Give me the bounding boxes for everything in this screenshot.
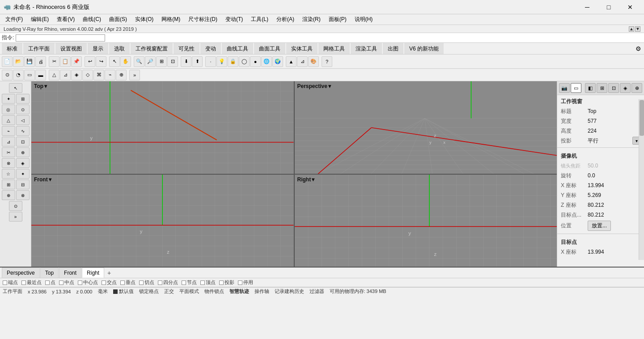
tb-help[interactable]: ? [322, 56, 332, 67]
snap-center[interactable]: 中心点 [78, 279, 98, 286]
menu-dim[interactable]: 尺寸标注(D) [185, 15, 221, 24]
viewport-front[interactable]: z y Front ▾ [31, 175, 294, 267]
side-tool4[interactable]: ⊙ [16, 105, 30, 114]
tab-viewport-config[interactable]: 工作视窗配置 [131, 43, 173, 54]
snap-nearest[interactable]: 最近点 [21, 279, 42, 286]
tb-render3[interactable]: 🎨 [308, 56, 319, 67]
tb-sec-10[interactable]: ⌁ [105, 70, 115, 80]
snap-perp[interactable]: 垂点 [120, 279, 136, 286]
menu-tools[interactable]: 工具(L) [247, 15, 272, 24]
tb-lock[interactable]: 🔒 [228, 56, 238, 67]
viewport-top-label[interactable]: Top ▾ [34, 83, 47, 89]
side-tool1[interactable]: ✦ [2, 94, 15, 104]
snap-nearest-cb[interactable] [21, 280, 26, 285]
tb-sec-1[interactable]: ⊙ [2, 70, 13, 80]
tab-workplane[interactable]: 工作平面 [23, 43, 55, 54]
tb-render2[interactable]: ⊿ [297, 56, 308, 67]
tb-sec-9[interactable]: ⌘ [93, 70, 104, 80]
scroll-up-btn[interactable]: ▲ [629, 26, 634, 32]
snap-mid[interactable]: 中点 [59, 279, 74, 286]
snap-knot-cb[interactable] [182, 280, 186, 285]
tb-print[interactable]: 🖨 [35, 56, 46, 67]
side-tool16[interactable]: ✦ [16, 169, 30, 179]
tb-export[interactable]: ⬆ [192, 56, 203, 67]
side-tool3[interactable]: ◎ [2, 105, 15, 114]
status-smart-track[interactable]: 智慧轨迹 [229, 288, 249, 295]
snap-proj-cb[interactable] [219, 280, 224, 285]
tab-visibility[interactable]: 可见性 [174, 43, 199, 54]
rp-panel-icon[interactable]: ▭ [571, 83, 581, 93]
bot-tab-top[interactable]: Top [40, 268, 59, 278]
tb-copy[interactable]: 📋 [60, 56, 71, 67]
tab-display[interactable]: 显示 [88, 43, 108, 54]
snap-proj[interactable]: 投影 [219, 279, 234, 286]
side-tool5[interactable]: △ [2, 115, 15, 125]
side-tool11[interactable]: ✂ [2, 147, 15, 157]
side-tool21[interactable]: ⊙ [9, 201, 22, 211]
snap-point[interactable]: 点 [45, 279, 55, 286]
rp-icon4[interactable]: ◈ [620, 83, 631, 93]
side-tool17[interactable]: ⊞ [2, 180, 15, 189]
menu-view[interactable]: 查看(V) [53, 15, 78, 24]
viewport-right[interactable]: z y Right ▾ [295, 175, 557, 267]
menu-file[interactable]: 文件(F) [2, 15, 26, 24]
viewport-perspective-label[interactable]: Perspective ▾ [297, 83, 331, 89]
tb-circle[interactable]: ◯ [239, 56, 250, 67]
snap-vertex-cb[interactable] [200, 280, 205, 285]
tb-globe[interactable]: 🌐 [261, 56, 272, 67]
tb-sec-2[interactable]: ◔ [13, 70, 24, 80]
tb-undo[interactable]: ↩ [85, 56, 95, 67]
snap-quad-cb[interactable] [158, 280, 162, 285]
tab-curve-tools[interactable]: 曲线工具 [222, 43, 253, 54]
snap-center-cb[interactable] [78, 280, 82, 285]
side-tool6[interactable]: ◁ [16, 115, 30, 125]
tb-point[interactable]: · [205, 56, 216, 67]
side-tool12[interactable]: ⊕ [16, 147, 30, 157]
menu-curve[interactable]: 曲线(C) [79, 15, 105, 24]
bot-tab-front[interactable]: Front [59, 268, 81, 278]
snap-tan[interactable]: 切点 [139, 279, 154, 286]
snap-endpoint[interactable]: 端点 [3, 279, 18, 286]
tb-sec-3[interactable]: ▭ [24, 70, 35, 80]
menu-render[interactable]: 渲染(R) [299, 15, 324, 24]
snap-perp-cb[interactable] [120, 280, 125, 285]
tb-sec-4[interactable]: ▬ [35, 70, 46, 80]
viewport-perspective[interactable]: z x y Perspective ▾ [295, 81, 557, 174]
tb-zoom-in[interactable]: 🔍 [134, 56, 144, 67]
side-tool10[interactable]: ⊡ [16, 137, 30, 146]
side-tool9[interactable]: ⊿ [2, 137, 15, 146]
viewport-right-label[interactable]: Right ▾ [297, 176, 315, 183]
tb-zoom-all[interactable]: ⊞ [156, 56, 167, 67]
snap-intersect[interactable]: 交点 [102, 279, 117, 286]
tb-cut[interactable]: ✂ [49, 56, 59, 67]
side-tool18[interactable]: ⊟ [16, 180, 30, 189]
right-panel-scrollbar[interactable] [639, 99, 644, 260]
status-ortho[interactable]: 正交 [164, 288, 174, 295]
tab-standard[interactable]: 标准 [2, 43, 22, 54]
tab-v6-new[interactable]: V6 的新功能 [404, 43, 444, 54]
snap-vertex[interactable]: 顶点 [200, 279, 216, 286]
rp-icon3[interactable]: ⊡ [608, 83, 619, 93]
viewport-top[interactable]: x y Top ▾ [31, 81, 294, 174]
snap-knot[interactable]: 节点 [182, 279, 197, 286]
settings-icon[interactable]: ⚙ [632, 43, 644, 54]
tb-sec-7[interactable]: ◈ [71, 70, 82, 80]
maximize-button[interactable]: □ [598, 1, 619, 13]
side-tool8[interactable]: ∿ [16, 126, 30, 136]
menu-transform[interactable]: 变动(T) [222, 15, 246, 24]
side-tool14[interactable]: ◈ [16, 158, 30, 168]
snap-point-cb[interactable] [45, 280, 50, 285]
tb-open[interactable]: 📂 [13, 56, 24, 67]
tab-select[interactable]: 选取 [109, 43, 130, 54]
menu-panel[interactable]: 面板(P) [325, 15, 350, 24]
snap-intersect-cb[interactable] [102, 280, 106, 285]
viewport-front-label[interactable]: Front ▾ [34, 176, 51, 183]
menu-mesh[interactable]: 网格(M) [158, 15, 184, 24]
status-history[interactable]: 记录建构历史 [275, 288, 304, 295]
menu-surface[interactable]: 曲面(S) [106, 15, 131, 24]
side-tool20[interactable]: ⊗ [16, 190, 30, 200]
scroll-down-btn[interactable]: ▼ [635, 26, 640, 32]
status-gumball[interactable]: 操作轴 [254, 288, 269, 295]
tb-redo[interactable]: ↪ [96, 56, 106, 67]
side-select[interactable]: ↖ [9, 83, 22, 93]
